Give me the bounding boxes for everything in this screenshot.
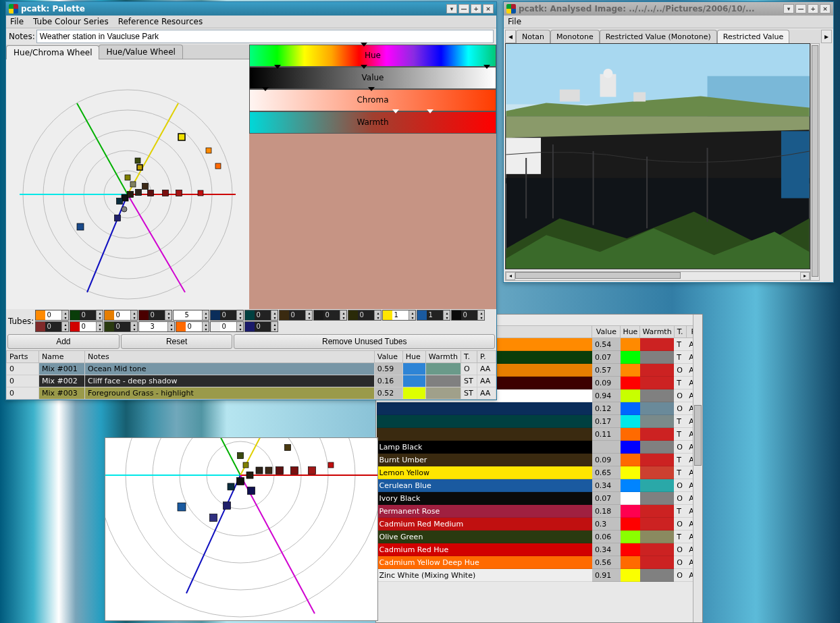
colour-row[interactable]: 0.11TAA <box>377 428 702 441</box>
image-tab[interactable]: Notan <box>516 30 550 43</box>
colour-row[interactable]: Lemon Yellow0.65TA <box>377 466 702 479</box>
tube-spinner[interactable]: 0▴▾ <box>244 321 278 332</box>
image-tabbar[interactable]: NotanMonotoneRestricted Value (Monotone)… <box>516 30 821 43</box>
vertical-scrollbar[interactable] <box>810 43 820 281</box>
hue-chroma-wheel[interactable] <box>6 59 249 309</box>
tab[interactable]: Hue/Value Wheel <box>99 45 182 59</box>
image-titlebar[interactable]: pcatk: Analysed Image: ../../../../Pictu… <box>504 2 833 16</box>
colour-row[interactable]: Cadmium Red Medium0.3OA <box>377 518 702 531</box>
mix-row[interactable]: 0Mix #001Ocean Mid tone0.59OAA <box>7 363 496 375</box>
maximize-button[interactable]: + <box>471 4 481 13</box>
svg-rect-16 <box>276 467 284 475</box>
shade-button[interactable]: — <box>458 4 469 13</box>
image-tab[interactable]: Monotone <box>550 30 600 43</box>
palette-window: pcatk: Palette ▾ — + × FileTube Colour S… <box>5 1 497 400</box>
value-slider[interactable]: Value <box>249 67 496 89</box>
svg-line-7 <box>200 438 240 475</box>
tube-spinner[interactable]: 3▴▾ <box>138 321 175 332</box>
image-tab[interactable]: Restricted Value (Monotone) <box>600 30 717 43</box>
analysed-image[interactable] <box>505 43 810 269</box>
colour-row[interactable]: Cerulean Blue0.34OAA <box>377 479 702 492</box>
colour-row[interactable]: 0.12OAA <box>377 402 702 415</box>
tube-spinner[interactable]: 0▴▾ <box>35 321 69 332</box>
close-button[interactable]: × <box>483 4 494 13</box>
colour-row[interactable]: Olive Green0.06TA <box>377 531 702 543</box>
svg-rect-20 <box>285 445 291 451</box>
colour-row[interactable]: Cadmium Red Hue0.34OA <box>377 543 702 556</box>
wheel-tabbar[interactable]: Hue/Chroma WheelHue/Value Wheel <box>6 45 249 59</box>
svg-rect-45 <box>176 190 182 196</box>
mix-table[interactable]: PartsNameNotesValueHueWarmthT.P. 0Mix #0… <box>6 350 496 400</box>
tube-spinner[interactable]: 0▴▾ <box>210 321 244 332</box>
colour-row[interactable]: Zinc White (Mixing White)0.91OAA <box>377 569 702 582</box>
remove-unused-button[interactable]: Remove Unused Tubes <box>234 334 495 349</box>
tube-spinner[interactable]: 0▴▾ <box>104 310 138 321</box>
colour-row[interactable]: Ivory Black0.07OAA <box>377 492 702 505</box>
colour-row[interactable]: Lamp BlackOAA <box>377 441 702 454</box>
tube-spinner[interactable]: 1▴▾ <box>417 310 450 321</box>
svg-rect-67 <box>506 138 541 174</box>
menu-item[interactable]: Tube Colour Series <box>33 17 109 26</box>
svg-rect-48 <box>206 148 211 153</box>
tube-spinner[interactable]: 0▴▾ <box>176 321 209 332</box>
tube-spinner[interactable]: 0▴▾ <box>70 321 103 332</box>
tube-spinner[interactable]: 5▴▾ <box>173 310 209 321</box>
tube-spinner[interactable]: 0▴▾ <box>138 310 172 321</box>
minimize-button[interactable]: ▾ <box>783 4 794 13</box>
menu-item[interactable]: File <box>10 17 24 26</box>
tab-scroll-right[interactable]: ▸ <box>821 30 832 43</box>
notes-input[interactable] <box>36 30 494 43</box>
image-window: pcatk: Analysed Image: ../../../../Pictu… <box>503 1 834 283</box>
svg-point-56 <box>122 207 127 212</box>
notes-label: Notes: <box>9 32 35 41</box>
palette-titlebar[interactable]: pcatk: Palette ▾ — + × <box>6 2 496 16</box>
tube-spinner[interactable]: 1▴▾ <box>382 310 416 321</box>
horizontal-scrollbar[interactable]: ◂ ▸ <box>505 271 810 281</box>
tube-spinner[interactable]: 0▴▾ <box>279 310 313 321</box>
svg-rect-19 <box>328 462 334 468</box>
tube-spinner[interactable]: 0▴▾ <box>104 321 138 332</box>
add-button[interactable]: Add <box>7 334 120 349</box>
svg-point-64 <box>603 69 612 78</box>
colour-row[interactable]: Cadmium Yellow Deep Hue0.56OA <box>377 556 702 569</box>
tube-spinner[interactable]: 0▴▾ <box>70 310 103 321</box>
tube-spinner[interactable]: 0▴▾ <box>313 310 347 321</box>
svg-line-9 <box>186 475 240 593</box>
svg-rect-39 <box>117 198 123 205</box>
svg-rect-65 <box>560 90 580 102</box>
svg-rect-41 <box>136 190 142 196</box>
svg-rect-40 <box>128 192 134 198</box>
close-button[interactable]: × <box>820 4 831 13</box>
tube-spinner[interactable]: 0▴▾ <box>451 310 485 321</box>
svg-rect-21 <box>238 453 244 459</box>
mix-row[interactable]: 0Mix #002Cliff face - deep shadow0.16STA… <box>7 375 496 387</box>
tube-spinner[interactable]: 0▴▾ <box>244 310 278 321</box>
tab[interactable]: Hue/Chroma Wheel <box>6 45 99 59</box>
colour-row[interactable]: 0.17TAA <box>377 415 702 428</box>
image-menubar[interactable]: File <box>504 16 833 28</box>
svg-rect-54 <box>115 215 121 221</box>
svg-rect-43 <box>148 190 154 196</box>
vertical-scrollbar[interactable] <box>693 315 702 622</box>
colour-row[interactable]: Permanent Rose0.18TA <box>377 505 702 518</box>
hue-slider[interactable]: Hue <box>249 45 496 67</box>
colour-row[interactable]: Burnt Umber0.09TA <box>377 454 702 466</box>
tube-spinner[interactable]: 0▴▾ <box>210 310 244 321</box>
minimize-button[interactable]: ▾ <box>446 4 457 13</box>
svg-rect-44 <box>163 190 169 196</box>
menu-item[interactable]: File <box>508 17 521 26</box>
maximize-button[interactable]: + <box>808 4 818 13</box>
app-icon <box>9 4 18 13</box>
reset-button[interactable]: Reset <box>121 334 233 349</box>
image-tab[interactable]: Restricted Value <box>717 30 789 43</box>
svg-rect-17 <box>291 467 298 475</box>
tube-spinner[interactable]: 0▴▾ <box>35 310 69 321</box>
tab-scroll-left[interactable]: ◂ <box>505 30 516 43</box>
chroma-slider[interactable]: Chroma <box>249 89 496 111</box>
warmth-slider[interactable]: Warmth <box>249 111 496 134</box>
shade-button[interactable]: — <box>795 4 806 13</box>
menu-item[interactable]: Reference Resources <box>118 17 203 26</box>
tube-spinner[interactable]: 0▴▾ <box>348 310 382 321</box>
palette-menubar[interactable]: FileTube Colour SeriesReference Resource… <box>6 16 496 28</box>
mix-row[interactable]: 0Mix #003Foreground Grass - highlight0.5… <box>7 387 496 400</box>
